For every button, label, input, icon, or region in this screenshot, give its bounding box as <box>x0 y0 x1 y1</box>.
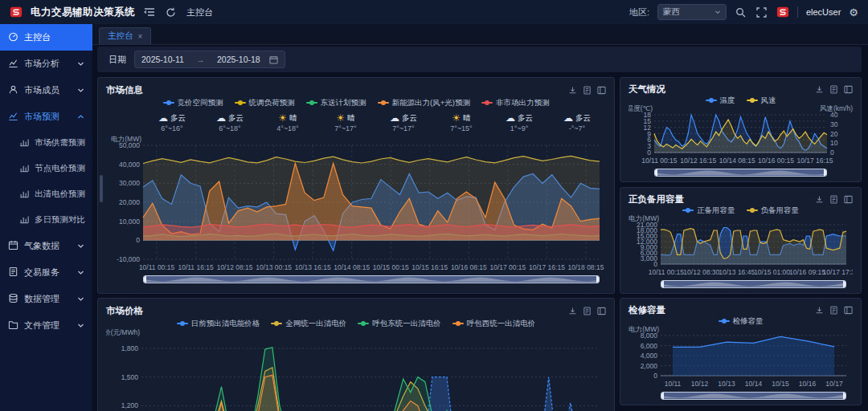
svg-text:10/11 00:15: 10/11 00:15 <box>139 263 175 271</box>
svg-text:10/15: 10/15 <box>772 380 789 388</box>
svg-text:10/13: 10/13 <box>718 380 735 388</box>
download-icon[interactable] <box>815 306 824 315</box>
bar-chart-icon <box>19 137 29 149</box>
sidebar-subitem-出清电价预测[interactable]: 出清电价预测 <box>0 181 92 207</box>
legend-weather: 温度风速 <box>628 96 853 105</box>
chevron-down-icon <box>77 321 84 331</box>
svg-text:6,000: 6,000 <box>641 342 658 350</box>
menu-fold-icon[interactable] <box>143 6 156 18</box>
sidebar-subitem-市场供需预测[interactable]: 市场供需预测 <box>0 130 92 156</box>
legend-item-新能源出力(风+光)预测[interactable]: 新能源出力(风+光)预测 <box>378 98 470 108</box>
region-select[interactable]: 蒙西 <box>657 4 727 20</box>
legend-item-全网统一出清电价[interactable]: 全网统一出清电价 <box>271 319 346 329</box>
download-icon[interactable] <box>815 195 824 204</box>
download-icon[interactable] <box>568 307 577 315</box>
legend-item-统调负荷预测[interactable]: 统调负荷预测 <box>235 98 295 108</box>
card-toggle-icon[interactable] <box>597 307 606 315</box>
legend-item-正备用容量[interactable]: 正备用容量 <box>682 206 735 216</box>
sidebar-item-市场成员[interactable]: 市场成员 <box>0 77 92 104</box>
panel-title-price: 市场价格 <box>106 305 568 317</box>
search-icon[interactable] <box>735 6 747 18</box>
sidebar-item-市场预测[interactable]: 市场预测 <box>0 104 92 130</box>
region-value: 蒙西 <box>663 6 680 18</box>
svg-text:风速(km/h): 风速(km/h) <box>820 105 853 112</box>
panel-title-market-info: 市场信息 <box>106 84 568 96</box>
date-start: 2025-10-11 <box>141 55 184 64</box>
app-root: 电力交易辅助决策系统 主控台 地区: 蒙西 elecUser ⚙ 主控台市场分析… <box>0 0 868 411</box>
svg-text:10/12: 10/12 <box>691 380 709 388</box>
svg-text:10/16 09:15: 10/16 09:15 <box>789 268 825 276</box>
sidebar-item-主控台[interactable]: 主控台 <box>0 24 92 51</box>
cloud-icon: ☁ <box>563 112 573 124</box>
card-toggle-icon[interactable] <box>844 195 853 204</box>
cloud-icon: ☁ <box>506 112 515 124</box>
download-icon[interactable] <box>815 85 824 94</box>
svg-text:10/17 17:30: 10/17 17:30 <box>823 268 853 276</box>
panel-weather: 天气情况 温度风速 0369121518010203040温度(℃)风速(km/… <box>620 77 862 182</box>
legend-item-日前预出清电能价格[interactable]: 日前预出清电能价格 <box>177 319 260 329</box>
legend-item-温度[interactable]: 温度 <box>706 96 735 106</box>
chevron-down-icon <box>77 242 84 251</box>
datazoom-slider[interactable] <box>661 392 846 400</box>
date-filter-card: 日期 2025-10-11 → 2025-10-18 <box>97 47 862 72</box>
svg-text:1,200: 1,200 <box>121 401 139 409</box>
sidebar-subitem-节点电价预测[interactable]: 节点电价预测 <box>0 156 92 181</box>
svg-text:10/15 01:00: 10/15 01:00 <box>754 268 790 276</box>
report-icon[interactable] <box>829 195 838 204</box>
legend-item-竞价空间预测[interactable]: 竞价空间预测 <box>163 98 223 108</box>
legend-item-呼包西统一出清电价[interactable]: 呼包西统一出清电价 <box>452 319 536 329</box>
date-range-input[interactable]: 2025-10-11 → 2025-10-18 <box>134 51 285 68</box>
card-toggle-icon[interactable] <box>844 85 853 94</box>
date-arrow: → <box>196 55 205 64</box>
weather-day: ☁多云6°~16° <box>143 108 201 136</box>
report-icon[interactable] <box>829 85 838 94</box>
legend-item-负备用容量[interactable]: 负备用容量 <box>747 206 800 216</box>
card-toggle-icon[interactable] <box>844 306 853 315</box>
legend-price: 日前预出清电能价格全网统一出清电价呼包东统一出清电价呼包西统一出清电价 <box>106 318 606 329</box>
legend-item-呼包东统一出清电价[interactable]: 呼包东统一出清电价 <box>358 319 441 329</box>
bar-chart-icon <box>19 189 29 200</box>
report-icon[interactable] <box>583 86 592 95</box>
legend-item-东送计划预测[interactable]: 东送计划预测 <box>306 98 366 108</box>
sidebar-item-气象数据[interactable]: 气象数据 <box>0 233 92 259</box>
datazoom-slider[interactable] <box>654 169 827 177</box>
chart-icon <box>8 58 18 70</box>
legend-item-检修容量[interactable]: 检修容量 <box>719 316 764 327</box>
svg-text:10/13 00:15: 10/13 00:15 <box>256 263 292 271</box>
sidebar-item-数据管理[interactable]: 数据管理 <box>0 286 92 312</box>
tab-close-icon[interactable]: × <box>138 32 143 41</box>
refresh-icon[interactable] <box>164 6 177 18</box>
sidebar-item-市场分析[interactable]: 市场分析 <box>0 51 92 77</box>
svg-text:10/12 16:15: 10/12 16:15 <box>680 157 716 165</box>
weather-day: ☀晴4°~18° <box>259 108 317 136</box>
fullscreen-icon[interactable] <box>755 6 768 18</box>
legend-item-风速[interactable]: 风速 <box>747 96 776 106</box>
chart-icon <box>8 111 18 123</box>
app-header: 电力交易辅助决策系统 主控台 地区: 蒙西 elecUser ⚙ <box>0 0 868 24</box>
legend-item-非市场出力预测[interactable]: 非市场出力预测 <box>481 98 550 108</box>
datazoom-slider[interactable] <box>143 275 600 283</box>
svg-text:10/16 08:15: 10/16 08:15 <box>451 263 487 271</box>
chevron-down-icon <box>714 9 721 15</box>
report-icon[interactable] <box>583 307 592 315</box>
y-datazoom-handle[interactable] <box>100 175 103 202</box>
weather-day: ☁多云6°~18° <box>201 108 259 136</box>
settings-gear-icon[interactable]: ⚙ <box>849 6 858 18</box>
sidebar-subitem-多日预测对比[interactable]: 多日预测对比 <box>0 207 92 233</box>
sidebar-item-文件管理[interactable]: 文件管理 <box>0 312 92 339</box>
panel-maintenance: 检修容量 检修容量 02,0004,0006,0008,000电力(MW)10/… <box>620 298 862 405</box>
datazoom-slider[interactable] <box>661 280 846 288</box>
bar-chart-icon <box>19 214 29 226</box>
svg-text:20,000: 20,000 <box>119 198 140 206</box>
svg-text:10/14: 10/14 <box>745 380 763 388</box>
username[interactable]: elecUser <box>806 7 841 17</box>
panel-title-reserve: 正负备用容量 <box>628 193 815 206</box>
report-icon[interactable] <box>829 306 838 315</box>
sidebar-item-交易服务[interactable]: 交易服务 <box>0 259 92 286</box>
app-title: 电力交易辅助决策系统 <box>31 6 135 19</box>
tab-dashboard[interactable]: 主控台 × <box>99 27 151 44</box>
weather-day: ☁多云1°~9° <box>490 108 548 136</box>
card-toggle-icon[interactable] <box>597 86 606 95</box>
download-icon[interactable] <box>568 86 577 95</box>
svg-text:2,000: 2,000 <box>641 362 658 370</box>
